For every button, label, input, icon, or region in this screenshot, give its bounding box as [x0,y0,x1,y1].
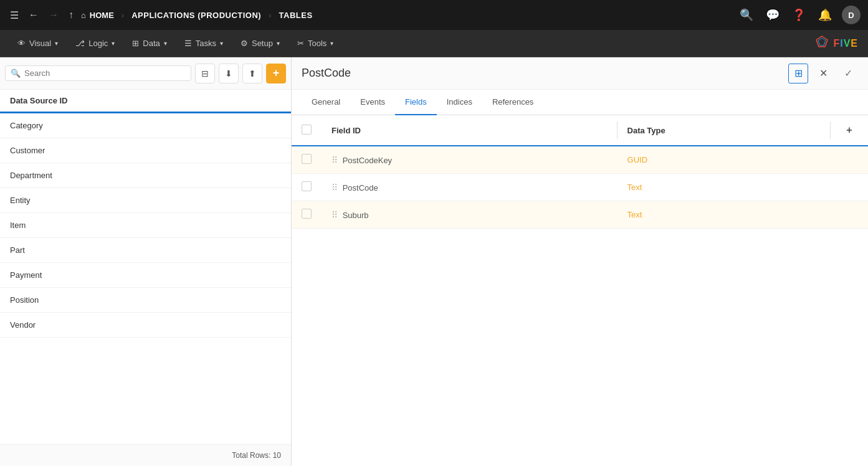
search-globe-icon[interactable]: 🔍 [737,6,756,24]
fields-table: Field ID Data Type + [292,115,868,229]
sidebar-header: Data Source ID [0,90,291,113]
svg-marker-1 [818,38,826,45]
list-item-item[interactable]: Item [0,213,291,238]
upload-button[interactable]: ⬆ [242,64,262,83]
tasks-icon: ☰ [184,39,192,48]
list-item-department[interactable]: Department [0,163,291,188]
chevron-down-icon2: ▾ [112,40,115,47]
app-nav-label[interactable]: APPLICATIONS (PRODUCTION) [131,11,261,20]
logic-icon: ⎇ [75,39,85,48]
menu-icon[interactable]: ☰ [7,7,21,24]
sidebar: 🔍 ⊟ ⬇ ⬆ + Data Source ID Category Custom… [0,57,292,466]
total-rows-label: Total Rows: 10 [232,451,281,460]
row-checkbox-3 [292,201,322,229]
list-item-label: Entity [10,196,31,205]
nav-right-icons: 🔍 💬 ❓ 🔔 D [737,6,861,24]
panel-title: PostCode [302,67,783,80]
download-button[interactable]: ⬇ [219,64,239,83]
add-button[interactable]: + [266,64,286,83]
grid-view-button[interactable]: ⊞ [788,64,808,83]
nav-item-data[interactable]: ⊞ Data ▾ [125,35,174,52]
list-item-label: Part [10,245,25,255]
panel-actions: ⊞ ✕ ✓ [788,64,858,83]
data-type-cell-1: GUID [618,146,831,174]
field-id-cell-2: ⠿ PostCode [322,174,618,201]
table-row: ⠿ PostCodeKey GUID [292,146,868,174]
list-item-position[interactable]: Position [0,288,291,313]
list-item-customer[interactable]: Customer [0,138,291,163]
th-checkbox [292,115,322,146]
list-item-label: Item [10,221,26,230]
panel-header: PostCode ⊞ ✕ ✓ [292,57,868,90]
data-icon: ⊞ [132,39,139,48]
nav-item-tools[interactable]: ✂ Tools ▾ [290,35,341,52]
sidebar-toolbar: 🔍 ⊟ ⬇ ⬆ + [0,57,291,90]
nav-item-tasks[interactable]: ☰ Tasks ▾ [177,35,231,52]
eye-icon: 👁 [17,39,26,48]
sidebar-list: Category Customer Department Entity Item… [0,113,291,444]
list-item-part[interactable]: Part [0,238,291,263]
data-type-value-2: Text [627,183,642,192]
tab-references[interactable]: References [482,90,543,115]
search-input[interactable] [24,69,186,78]
data-type-value-3: Text [627,210,642,219]
list-item-label: Position [10,295,39,305]
tab-indices[interactable]: Indices [437,90,482,115]
home-nav-item[interactable]: ⌂ HOME [81,11,114,20]
tab-fields[interactable]: Fields [395,90,437,115]
chat-icon[interactable]: 💬 [763,6,782,24]
list-item-payment[interactable]: Payment [0,263,291,288]
add-column-button[interactable]: + [841,121,858,139]
datasource-id-label: Data Source ID [10,96,67,105]
user-avatar[interactable]: D [842,6,861,24]
chevron-down-icon3: ▾ [164,40,167,47]
th-field-id: Field ID [322,115,618,146]
th-add-col: + [831,115,868,146]
field-id-cell-3: ⠿ Suburb [322,201,618,229]
list-item-label: Vendor [10,320,36,330]
list-item-entity[interactable]: Entity [0,188,291,213]
row-actions-3 [831,201,868,229]
nav-data-label: Data [143,39,160,48]
field-name-3[interactable]: Suburb [343,211,369,220]
nav-item-visual[interactable]: 👁 Visual ▾ [10,35,65,52]
sidebar-footer: Total Rows: 10 [0,444,291,466]
forward-icon[interactable]: → [46,7,61,23]
list-item-vendor[interactable]: Vendor [0,313,291,338]
drag-handle-2[interactable]: ⠿ [331,183,338,193]
drag-handle-3[interactable]: ⠿ [331,210,338,220]
confirm-button[interactable]: ✓ [838,64,858,83]
back-icon[interactable]: ← [26,7,41,23]
tab-general[interactable]: General [302,90,350,115]
field-name-2[interactable]: PostCode [343,183,378,193]
field-name-1[interactable]: PostCodeKey [343,156,393,165]
drag-handle-1[interactable]: ⠿ [331,155,338,165]
nav-item-logic[interactable]: ⎇ Logic ▾ [68,35,122,52]
chevron-down-icon4: ▾ [220,40,223,47]
row-actions-1 [831,146,868,174]
close-button[interactable]: ✕ [813,64,833,83]
tab-events[interactable]: Events [350,90,395,115]
table-row: ⠿ Suburb Text [292,201,868,229]
tabs: General Events Fields Indices References [292,90,868,115]
up-icon[interactable]: ↑ [66,7,76,23]
main-area: 🔍 ⊟ ⬇ ⬆ + Data Source ID Category Custom… [0,57,868,466]
tables-nav-label[interactable]: TABLES [279,11,313,20]
list-item-label: Customer [10,146,45,155]
table-row: ⠿ PostCode Text [292,174,868,201]
home-icon: ⌂ [81,11,86,20]
data-type-cell-2: Text [618,174,831,201]
help-icon[interactable]: ❓ [789,6,808,24]
list-item-category[interactable]: Category [0,113,291,138]
row-checkbox-2 [292,174,322,201]
nav-logic-label: Logic [88,39,108,48]
filter-button[interactable]: ⊟ [195,64,215,83]
breadcrumb-sep2: › [269,11,271,20]
row-checkbox-1 [292,146,322,174]
home-label: HOME [90,11,114,20]
notification-icon[interactable]: 🔔 [816,6,834,24]
search-box[interactable]: 🔍 [5,65,191,81]
chevron-down-icon: ▾ [55,40,58,47]
nav-visual-label: Visual [29,39,51,48]
nav-item-setup[interactable]: ⚙ Setup ▾ [233,35,287,52]
